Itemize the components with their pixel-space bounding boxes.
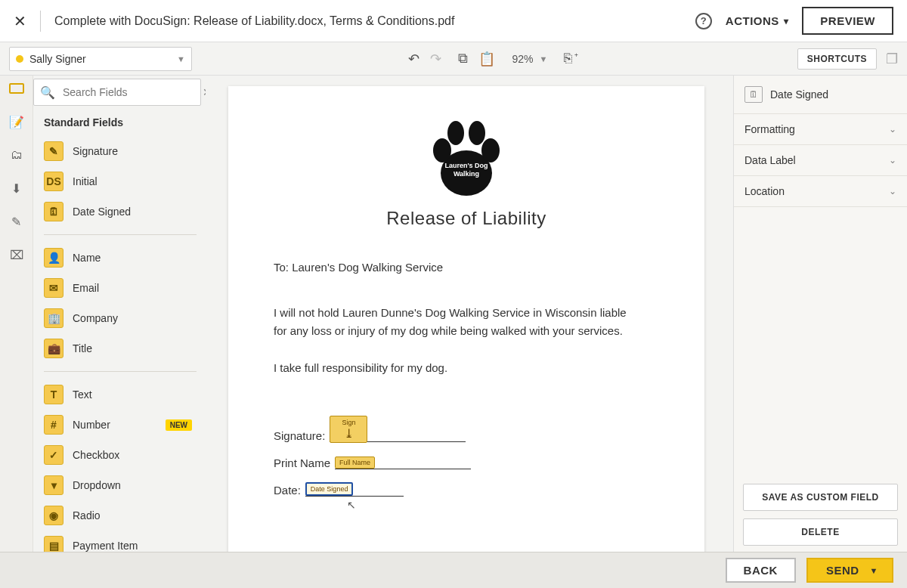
signature-label: Signature: — [274, 429, 325, 442]
field-label: Radio — [73, 509, 101, 521]
company-icon: 🏢 — [44, 308, 63, 328]
shortcuts-button[interactable]: SHORTCUTS — [797, 48, 877, 70]
chevron-down-icon: ▼ — [177, 54, 185, 63]
dropdown-icon: ▾ — [44, 475, 63, 495]
send-button[interactable]: SEND ▼ — [806, 558, 893, 583]
delete-button[interactable]: DELETE — [743, 518, 898, 546]
actions-label: ACTIONS — [726, 14, 779, 27]
fields-search[interactable]: 🔍 ✕ — [33, 79, 201, 106]
field-name[interactable]: 👤 Name — [33, 243, 204, 273]
fields-scroll[interactable]: Standard Fields ✎ Signature DS Initial 🗓… — [33, 109, 206, 552]
close-icon[interactable]: ✕ — [14, 12, 26, 30]
selected-field-header: 🗓 Date Signed — [734, 76, 907, 114]
chevron-down-icon: ⌄ — [889, 124, 896, 135]
field-date-signed[interactable]: 🗓 Date Signed — [33, 197, 204, 227]
thumbnails-icon[interactable]: ❐ — [886, 51, 898, 67]
date-line[interactable]: Date Signed ↖ — [305, 480, 404, 497]
tag-fullname[interactable]: Full Name — [335, 456, 375, 469]
doc-to-line: To: Lauren's Dog Walking Service — [274, 261, 659, 274]
undo-redo-group: ↶ ↷ — [408, 51, 441, 67]
help-icon[interactable]: ? — [695, 13, 712, 29]
field-label: Date Signed — [73, 206, 131, 218]
logo-text: Lauren's Dog Walking — [444, 162, 489, 178]
rail-edit-icon[interactable]: ✎ — [5, 212, 28, 231]
field-label: Number — [73, 419, 110, 431]
send-label: SEND — [826, 564, 859, 577]
field-label: Payment Item — [73, 540, 138, 552]
rail-templates-icon[interactable]: ⌧ — [5, 245, 28, 265]
field-email[interactable]: ✉ Email — [33, 273, 204, 303]
field-initial[interactable]: DS Initial — [33, 166, 204, 197]
topbar-right: ? ACTIONS ▾ PREVIEW — [695, 7, 893, 35]
doc-paragraph-1: I will not hold Lauren Dunne's Dog Walki… — [274, 304, 636, 340]
field-dropdown[interactable]: ▾ Dropdown — [33, 470, 204, 500]
actions-button[interactable]: ACTIONS ▾ — [726, 14, 789, 27]
back-button[interactable]: BACK — [726, 558, 796, 583]
tag-date-signed[interactable]: Date Signed — [305, 482, 354, 496]
signature-line[interactable]: Sign ⤓ — [330, 426, 466, 442]
save-custom-field-button[interactable]: SAVE AS CUSTOM FIELD — [743, 484, 898, 511]
field-number[interactable]: # Number NEW — [33, 410, 204, 440]
initial-icon: DS — [44, 172, 63, 191]
field-company[interactable]: 🏢 Company — [33, 303, 204, 333]
svg-point-3 — [447, 121, 464, 145]
rail-standard-fields-icon[interactable] — [5, 79, 28, 98]
new-badge: NEW — [166, 419, 192, 431]
footer: BACK SEND ▼ — [0, 552, 907, 588]
document-page[interactable]: Lauren's Dog Walking Release of Liabilit… — [228, 86, 704, 552]
chevron-down-icon: ⌄ — [889, 155, 896, 166]
add-page-icon[interactable]: ⎘⁺ — [564, 51, 580, 67]
field-signature[interactable]: ✎ Signature — [33, 136, 204, 166]
tag-sign-label: Sign — [342, 419, 355, 426]
field-label: Dropdown — [73, 479, 121, 491]
printname-line[interactable]: Full Name — [335, 453, 471, 469]
undo-icon[interactable]: ↶ — [408, 51, 419, 67]
doc-paragraph-2: I take full responsibility for my dog. — [274, 361, 659, 374]
selected-field-name: Date Signed — [770, 88, 828, 101]
rail-prefill-icon[interactable]: ⬇︎ — [5, 178, 28, 198]
zoom-select[interactable]: 92% ▼ — [512, 53, 547, 65]
section-label: Location — [744, 185, 785, 197]
search-input[interactable] — [61, 85, 197, 99]
doc-heading: Release of Liability — [274, 208, 659, 229]
number-icon: # — [44, 415, 63, 435]
field-label: Signature — [73, 145, 118, 157]
field-label: Initial — [73, 175, 98, 187]
field-checkbox[interactable]: ✓ Checkbox — [33, 440, 204, 470]
section-label: Formatting — [744, 123, 795, 135]
field-label: Company — [73, 312, 118, 324]
section-heading: Standard Fields — [33, 109, 204, 136]
email-icon: ✉ — [44, 278, 63, 298]
rail-custom-fields-icon[interactable]: 📝 — [5, 112, 28, 132]
download-icon: ⤓ — [344, 426, 354, 441]
signature-row: Signature: Sign ⤓ — [274, 426, 659, 442]
preview-button[interactable]: PREVIEW — [802, 7, 893, 35]
field-radio[interactable]: ◉ Radio — [33, 500, 204, 531]
redo-icon[interactable]: ↷ — [430, 51, 441, 67]
section-location[interactable]: Location ⌄ — [734, 176, 907, 207]
copy-icon[interactable]: ⧉ — [458, 51, 468, 67]
svg-point-1 — [433, 138, 451, 162]
payment-icon: ▤ — [44, 536, 63, 552]
date-label: Date: — [274, 484, 301, 497]
title-icon: 💼 — [44, 339, 63, 358]
tag-sign[interactable]: Sign ⤓ — [330, 416, 367, 443]
field-label: Name — [73, 252, 101, 264]
section-data-label[interactable]: Data Label ⌄ — [734, 145, 907, 176]
person-icon: 👤 — [44, 248, 63, 268]
field-title[interactable]: 💼 Title — [33, 333, 204, 364]
logo: Lauren's Dog Walking — [274, 116, 659, 202]
paste-icon[interactable]: 📋 — [478, 51, 495, 67]
field-payment-item[interactable]: ▤ Payment Item — [33, 531, 204, 552]
right-panel-top: 🗓 Date Signed Formatting ⌄ Data Label ⌄ … — [734, 76, 907, 472]
rail-documents-icon[interactable]: 🗂 — [5, 145, 28, 165]
field-label: Email — [73, 282, 99, 294]
section-formatting[interactable]: Formatting ⌄ — [734, 114, 907, 145]
right-panel: 🗓 Date Signed Formatting ⌄ Data Label ⌄ … — [733, 76, 907, 552]
field-text[interactable]: T Text — [33, 379, 204, 410]
paw-icon: Lauren's Dog Walking — [421, 116, 512, 202]
toolbar-center: ↶ ↷ ⧉ 📋 92% ▼ ⎘⁺ — [200, 51, 790, 67]
printname-label: Print Name — [274, 456, 330, 469]
document-canvas[interactable]: Lauren's Dog Walking Release of Liabilit… — [206, 76, 733, 552]
recipient-select[interactable]: Sally Signer ▼ — [9, 47, 192, 71]
